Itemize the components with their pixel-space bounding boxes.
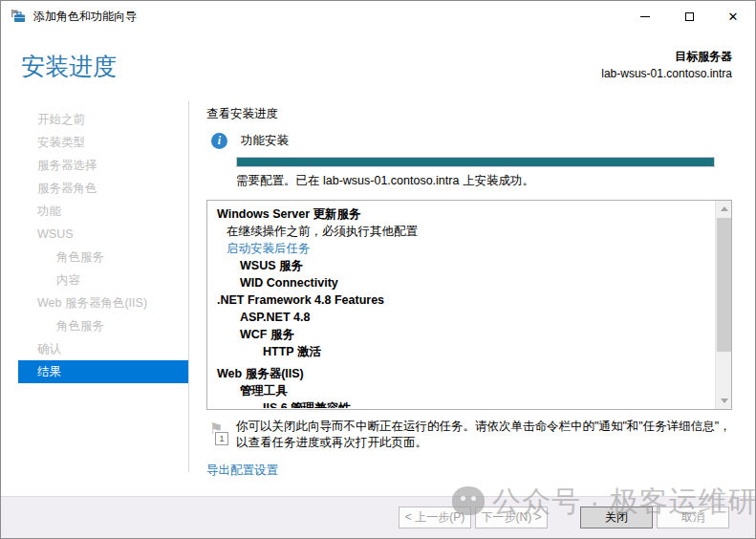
launch-post-install-tasks-link[interactable]: 启动安装后任务 (217, 240, 715, 257)
next-button[interactable]: 下一步(N) > (475, 507, 548, 528)
section-title: 查看安装进度 (206, 106, 278, 122)
result-item: .NET Framework 4.8 Features (217, 291, 715, 309)
notice-row: ⚑ 1 你可以关闭此向导而不中断正在运行的任务。请依次单击命令栏中的"通知"和"… (206, 419, 738, 451)
maximize-icon (685, 12, 694, 21)
notification-flag-icon: ⚑ 1 (209, 422, 230, 447)
sidebar-item-step: 角色服务 (1, 314, 188, 337)
install-progress-bar (236, 157, 715, 167)
window-title: 添加角色和功能向导 (33, 9, 137, 25)
notice-text: 你可以关闭此向导而不中断正在运行的任务。请依次单击命令栏中的"通知"和"任务详细… (236, 419, 738, 451)
result-item: 管理工具 (217, 382, 715, 399)
page-header: 安装进度 目标服务器 lab-wsus-01.contoso.intra (1, 32, 755, 101)
scroll-up-button[interactable] (716, 201, 732, 217)
close-button[interactable]: 关闭 (580, 507, 653, 528)
sidebar-item-step: 角色服务 (1, 246, 188, 269)
close-window-button[interactable]: ✕ (711, 1, 755, 32)
sidebar-item-step: 功能 (1, 200, 188, 223)
sidebar-item-step: 服务器选择 (1, 154, 188, 177)
install-status-text: 需要配置。已在 lab-wsus-01.contoso.intra 上安装成功。 (236, 173, 534, 189)
sidebar-item-step: Web 服务器角色(IIS) (1, 291, 188, 314)
minimize-button[interactable] (623, 1, 667, 32)
feature-install-label: 功能安装 (241, 133, 289, 149)
feature-install-row: i 功能安装 (211, 133, 289, 149)
sidebar-item-step: 安装类型 (1, 131, 188, 154)
sidebar-item-step: WSUS (1, 223, 188, 246)
close-icon: ✕ (728, 11, 739, 23)
maximize-button[interactable] (667, 1, 711, 32)
sidebar-item-selected[interactable]: 结果 (18, 360, 188, 383)
result-item: 在继续操作之前，必须执行其他配置 (217, 223, 715, 240)
sidebar-item-step: 内容 (1, 269, 188, 291)
info-icon: i (211, 133, 227, 149)
result-item: ASP.NET 4.8 (217, 309, 715, 326)
target-server-name: lab-wsus-01.contoso.intra (601, 67, 732, 80)
wizard-footer-buttons: < 上一步(P)下一步(N) >关闭取消 (399, 507, 729, 528)
result-item: WID Connectivity (217, 274, 715, 291)
result-item: HTTP 激活 (217, 343, 715, 360)
result-item: WSUS 服务 (217, 257, 715, 274)
scrollbar-thumb[interactable] (717, 218, 731, 352)
sidebar-divider (188, 101, 189, 472)
sidebar-item-step: 服务器角色 (1, 177, 188, 200)
wizard-window: 添加角色和功能向导 ✕ 安装进度 目标服务器 lab-wsus-01.conto… (0, 0, 756, 539)
results-list: Windows Server 更新服务在继续操作之前，必须执行其他配置启动安装后… (207, 201, 715, 409)
minimize-icon (640, 16, 650, 17)
wizard-footer: < 上一步(P)下一步(N) >关闭取消 (1, 496, 755, 538)
sidebar-item-step: 确认 (1, 337, 188, 360)
results-listbox: Windows Server 更新服务在继续操作之前，必须执行其他配置启动安装后… (206, 200, 732, 410)
content-area: 查看安装进度 i 功能安装 需要配置。已在 lab-wsus-01.contos… (206, 101, 755, 472)
result-item: WCF 服务 (217, 326, 715, 343)
progress-fill (237, 158, 714, 166)
scroll-up-icon (721, 206, 728, 211)
result-item: Windows Server 更新服务 (217, 205, 715, 223)
task-count-badge: 1 (215, 432, 228, 445)
scroll-down-button[interactable] (716, 393, 732, 409)
export-configuration-link[interactable]: 导出配置设置 (206, 463, 278, 479)
cancel-button[interactable]: 取消 (657, 507, 729, 528)
page-title: 安装进度 (21, 51, 117, 82)
target-server-label: 目标服务器 (601, 49, 732, 65)
scroll-down-icon (721, 399, 728, 403)
server-manager-icon (11, 9, 26, 24)
target-server-block: 目标服务器 lab-wsus-01.contoso.intra (601, 49, 732, 80)
previous-button[interactable]: < 上一步(P) (399, 507, 471, 528)
sidebar-item-step: 开始之前 (1, 108, 188, 131)
titlebar: 添加角色和功能向导 ✕ (1, 1, 755, 32)
result-item: IIS 6 管理兼容性 (217, 399, 715, 408)
wizard-sidebar: 开始之前安装类型服务器选择服务器角色功能WSUS角色服务内容Web 服务器角色(… (1, 101, 188, 472)
result-item: Web 服务器(IIS) (217, 365, 715, 382)
results-scrollbar[interactable] (715, 201, 731, 409)
